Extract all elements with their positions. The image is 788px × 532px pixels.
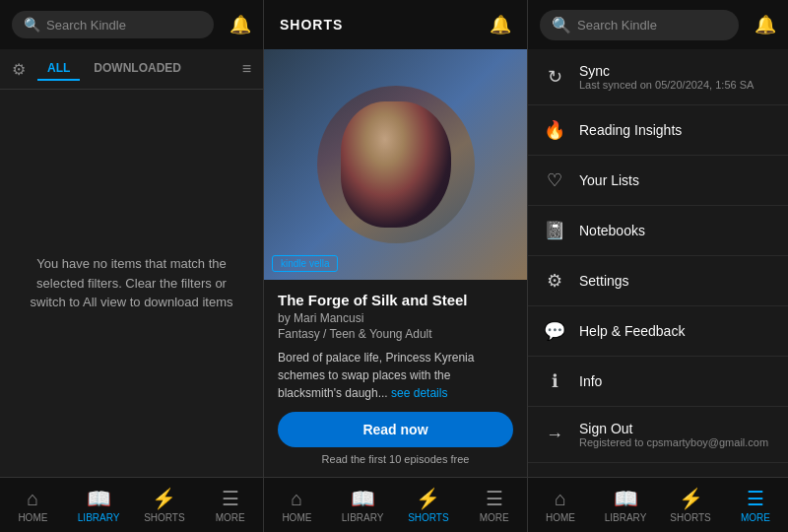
help-feedback-label: Help & Feedback: [579, 323, 685, 339]
read-free-text: Read the first 10 episodes free: [278, 453, 513, 465]
shorts-label: SHORTS: [144, 512, 185, 523]
info-icon: ℹ: [544, 370, 565, 392]
sync-label: Sync: [579, 63, 754, 79]
sign-out-label: Sign Out: [579, 421, 768, 436]
see-details-link[interactable]: see details: [391, 386, 447, 400]
right-nav-shorts[interactable]: ⚡ SHORTS: [666, 487, 715, 523]
menu-item-your-lists[interactable]: ♡Your Lists: [528, 156, 788, 206]
notebooks-icon: 📓: [544, 220, 565, 241]
info-label: Info: [579, 373, 602, 389]
shorts-icon: ⚡: [152, 487, 176, 510]
right-shorts-label: SHORTS: [670, 512, 711, 523]
middle-header: SHORTS 🔔: [264, 0, 527, 49]
reading-insights-label: Reading Insights: [579, 122, 682, 138]
tab-all[interactable]: ALL: [37, 57, 80, 81]
middle-bell-icon[interactable]: 🔔: [490, 14, 511, 35]
mid-library-icon: 📖: [351, 487, 375, 510]
shorts-title: SHORTS: [280, 17, 343, 33]
right-nav-library[interactable]: 📖 LIBRARY: [601, 487, 650, 523]
book-info: The Forge of Silk and Steel by Mari Manc…: [264, 280, 527, 477]
mid-home-label: HOME: [282, 512, 311, 523]
right-library-label: LIBRARY: [605, 512, 647, 523]
right-bell-icon[interactable]: 🔔: [755, 14, 776, 35]
book-card: kindle vella The Forge of Silk and Steel…: [264, 49, 527, 477]
sync-icon: ↻: [544, 66, 565, 88]
menu-item-notebooks[interactable]: 📓Notebooks: [528, 206, 788, 256]
right-search-bar[interactable]: 🔍 Search Kindle: [540, 10, 739, 40]
book-cover-area: kindle vella: [264, 49, 527, 280]
settings-icon: ⚙: [544, 270, 565, 292]
middle-panel: SHORTS 🔔 kindle vella The Forge of Silk …: [264, 0, 528, 532]
right-library-icon: 📖: [614, 487, 638, 510]
right-shorts-icon: ⚡: [679, 487, 703, 510]
middle-nav-home[interactable]: ⌂ HOME: [272, 488, 321, 523]
right-header: 🔍 Search Kindle 🔔: [528, 0, 788, 49]
home-icon: ⌂: [27, 488, 38, 510]
sign-out-sublabel: Registered to cpsmartyboy@gmail.com: [579, 436, 768, 448]
more-icon: ☰: [222, 487, 239, 510]
help-feedback-icon: 💬: [544, 320, 565, 342]
sign-out-icon: →: [544, 425, 565, 445]
right-nav-more[interactable]: ☰ MORE: [731, 487, 780, 523]
your-lists-icon: ♡: [544, 169, 565, 191]
settings-label: Settings: [579, 273, 629, 289]
left-nav-more[interactable]: ☰ MORE: [206, 487, 255, 523]
left-search-text: Search Kindle: [46, 18, 126, 33]
empty-message-area: You have no items that match the selecte…: [0, 90, 263, 477]
search-icon: 🔍: [24, 17, 40, 33]
left-panel: 🔍 Search Kindle 🔔 ⚙ ALL DOWNLOADED ≡ You…: [0, 0, 264, 532]
mid-shorts-icon: ⚡: [416, 487, 440, 510]
mid-more-icon: ☰: [486, 487, 503, 510]
middle-nav-more[interactable]: ☰ MORE: [470, 487, 519, 523]
right-search-icon: 🔍: [552, 16, 571, 34]
library-icon: 📖: [87, 487, 111, 510]
reading-insights-icon: 🔥: [544, 119, 565, 141]
empty-message-text: You have no items that match the selecte…: [20, 254, 243, 312]
middle-nav-shorts[interactable]: ⚡ SHORTS: [404, 487, 453, 523]
book-description: Bored of palace life, Princess Kyrenia s…: [278, 349, 513, 402]
left-bell-icon[interactable]: 🔔: [230, 14, 251, 35]
mid-home-icon: ⌂: [291, 488, 302, 510]
menu-item-info[interactable]: ℹInfo: [528, 357, 788, 407]
left-search-bar[interactable]: 🔍 Search Kindle: [12, 11, 214, 38]
book-genre: Fantasy / Teen & Young Adult: [278, 327, 513, 341]
left-bottom-nav: ⌂ HOME 📖 LIBRARY ⚡ SHORTS ☰ MORE: [0, 477, 263, 532]
book-cover-image: [317, 86, 475, 243]
right-bottom-nav: ⌂ HOME 📖 LIBRARY ⚡ SHORTS ☰ MORE: [528, 477, 788, 532]
your-lists-label: Your Lists: [579, 172, 639, 188]
right-more-icon: ☰: [747, 487, 764, 510]
right-nav-home[interactable]: ⌂ HOME: [536, 488, 585, 523]
right-home-label: HOME: [546, 512, 575, 523]
read-now-button[interactable]: Read now: [278, 412, 513, 447]
right-search-text: Search Kindle: [577, 18, 657, 33]
notebooks-label: Notebooks: [579, 223, 645, 238]
middle-bottom-nav: ⌂ HOME 📖 LIBRARY ⚡ SHORTS ☰ MORE: [264, 477, 527, 532]
tabs-row: ⚙ ALL DOWNLOADED ≡: [0, 49, 263, 90]
home-label: HOME: [18, 512, 47, 523]
kindle-vella-badge: kindle vella: [272, 255, 338, 272]
library-label: LIBRARY: [78, 512, 120, 523]
sync-sublabel: Last synced on 05/20/2024, 1:56 SA: [579, 79, 754, 91]
middle-nav-library[interactable]: 📖 LIBRARY: [338, 487, 387, 523]
right-home-icon: ⌂: [555, 488, 566, 510]
mid-shorts-label: SHORTS: [408, 512, 449, 523]
menu-item-settings[interactable]: ⚙Settings: [528, 256, 788, 306]
right-menu-list: ↻SyncLast synced on 05/20/2024, 1:56 SA🔥…: [528, 49, 788, 477]
more-label: MORE: [216, 512, 245, 523]
menu-item-help-feedback[interactable]: 💬Help & Feedback: [528, 306, 788, 357]
book-title: The Forge of Silk and Steel: [278, 292, 513, 308]
left-nav-shorts[interactable]: ⚡ SHORTS: [140, 487, 189, 523]
left-nav-home[interactable]: ⌂ HOME: [8, 488, 57, 523]
right-more-label: MORE: [741, 512, 770, 523]
left-header: 🔍 Search Kindle 🔔: [0, 0, 263, 49]
filter-icon[interactable]: ⚙: [12, 60, 26, 79]
menu-item-reading-insights[interactable]: 🔥Reading Insights: [528, 105, 788, 156]
book-author: by Mari Mancusi: [278, 311, 513, 325]
menu-item-sync[interactable]: ↻SyncLast synced on 05/20/2024, 1:56 SA: [528, 49, 788, 105]
sort-icon[interactable]: ≡: [242, 60, 251, 78]
tab-downloaded[interactable]: DOWNLOADED: [84, 57, 191, 81]
right-panel: 🔍 Search Kindle 🔔 ↻SyncLast synced on 05…: [528, 0, 788, 532]
menu-item-sign-out[interactable]: →Sign OutRegistered to cpsmartyboy@gmail…: [528, 407, 788, 463]
mid-library-label: LIBRARY: [342, 512, 384, 523]
left-nav-library[interactable]: 📖 LIBRARY: [74, 487, 123, 523]
